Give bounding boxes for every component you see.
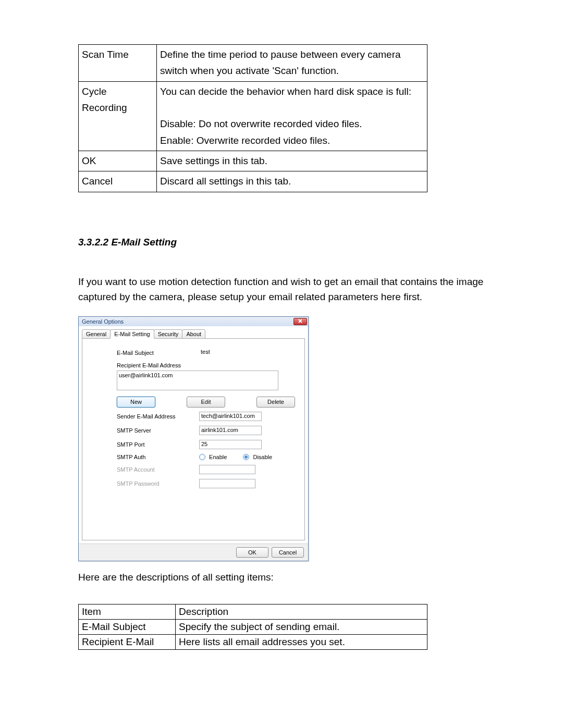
tab-row: General E-Mail Setting Security About [79,326,308,338]
edit-button[interactable]: Edit [187,397,225,408]
sender-label: Sender E-Mail Address [117,413,199,419]
smtp-account-label: SMTP Account [117,466,199,473]
smtp-password-input[interactable] [199,479,255,488]
def-item-scan-time: Scan Time [79,45,157,82]
auth-disable-radio[interactable] [243,454,249,460]
tab-security[interactable]: Security [154,329,183,339]
desc-head-item: Item [79,604,176,619]
auth-disable-label: Disable [253,454,272,460]
definitions-table: Scan Time Define the time period to paus… [78,44,427,192]
def-item-ok: OK [79,151,157,171]
def-desc-ok: Save settings in this tab. [157,151,427,171]
desc-item-email-subject: E-Mail Subject [79,619,176,634]
smtp-port-input[interactable]: 25 [199,440,262,449]
def-desc-cancel: Discard all settings in this tab. [157,171,427,192]
desc-item-recipient: Recipient E-Mail [79,634,176,649]
sender-input[interactable]: tech@airlink101.com [199,412,262,421]
def-desc-scan-time: Define the time period to pause between … [157,45,427,82]
def-desc-cycle-recording: You can decide the behavior when hard di… [157,81,427,151]
smtp-server-input[interactable]: airlink101.com [199,426,262,435]
ok-button[interactable]: OK [236,547,268,558]
section-heading: 3.3.2.2 E-Mail Setting [78,237,485,248]
def-item-cycle-recording: Cycle Recording [79,81,157,151]
descriptions-table: Item Description E-Mail Subject Specify … [78,604,427,650]
delete-button[interactable]: Delete [256,397,295,408]
tab-general[interactable]: General [82,329,111,339]
email-subject-label: E-Mail Subject [117,350,199,356]
smtp-account-input[interactable] [199,465,255,474]
tab-about[interactable]: About [182,329,205,339]
dialog-title: General Options [82,318,124,325]
general-options-dialog: General Options General E-Mail Setting S… [78,316,309,561]
desc-head-description: Description [176,604,427,619]
dialog-footer: OK Cancel [79,544,308,561]
smtp-password-label: SMTP Password [117,480,199,487]
auth-enable-label: Enable [209,454,227,460]
recipient-list[interactable]: user@airlink101.com [117,371,278,390]
close-icon[interactable] [293,318,307,325]
descriptions-intro: Here are the descriptions of all setting… [78,572,485,583]
auth-enable-radio[interactable] [199,454,205,460]
desc-desc-recipient: Here lists all email addresses you set. [176,634,427,649]
smtp-port-label: SMTP Port [117,441,199,448]
email-subject-input[interactable]: test [199,348,262,357]
intro-paragraph: If you want to use motion detection func… [78,274,485,305]
desc-desc-email-subject: Specify the subject of sending email. [176,619,427,634]
new-button[interactable]: New [117,397,155,408]
smtp-server-label: SMTP Server [117,427,199,434]
def-item-cancel: Cancel [79,171,157,192]
cancel-button[interactable]: Cancel [272,547,304,558]
smtp-auth-label: SMTP Auth [117,454,199,460]
tab-email-setting[interactable]: E-Mail Setting [110,329,154,339]
recipient-label: Recipient E-Mail Address [117,362,199,368]
dialog-titlebar: General Options [79,317,308,326]
tab-body: E-Mail Subject test Recipient E-Mail Add… [82,338,305,540]
